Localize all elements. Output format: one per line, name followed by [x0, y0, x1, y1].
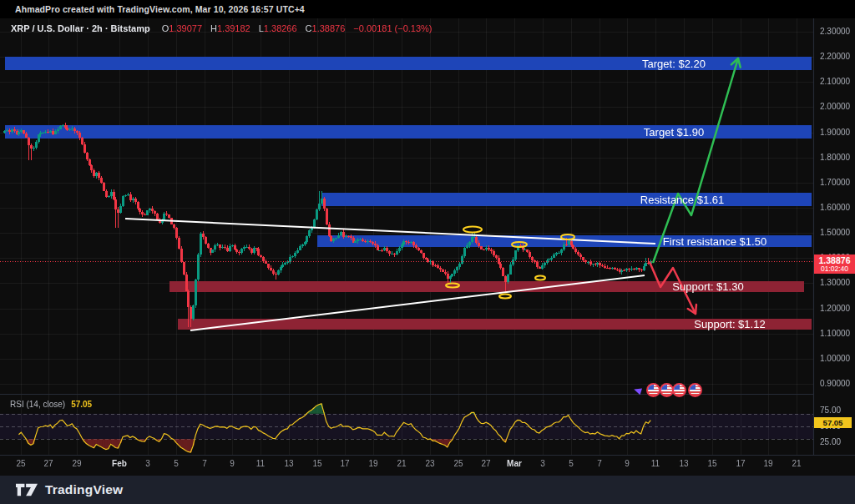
time-axis-label: 13: [284, 459, 293, 468]
ohlc-c: C1.38876: [306, 23, 346, 33]
bar-countdown: 01:02:40: [821, 265, 848, 273]
ohlc-values: O1.39077H1.39182L1.38266C1.38876: [162, 23, 354, 33]
price-axis-label: 2.00000: [820, 102, 850, 111]
credit-bar: AhmadPro created with TradingView.com, M…: [0, 0, 855, 18]
time-axis-label: 13: [679, 459, 688, 468]
symbol-info-bar: XRP / U.S. Dollar · 2h · Bitstamp O1.390…: [11, 23, 433, 34]
zone-label-first-resistance-150[interactable]: First resistance $1.50: [663, 235, 766, 248]
rsi-current-value: 57.05: [71, 400, 92, 409]
time-axis-label: 29: [72, 459, 81, 468]
tradingview-logo[interactable]: TradingView: [16, 482, 123, 497]
tradingview-logo-icon: [16, 483, 38, 496]
time-axis-label: 25: [16, 459, 25, 468]
rsi-axis-label: 75.00: [820, 406, 841, 415]
footer-bar: TradingView: [0, 476, 855, 504]
rsi-axis-label: 25.00: [820, 437, 841, 446]
time-axis-label: 27: [481, 459, 490, 468]
time-axis-label: 9: [230, 459, 235, 468]
time-axis-label: 15: [312, 459, 321, 468]
price-axis-label: 1.80000: [820, 153, 850, 162]
time-axis-label: 19: [368, 459, 377, 468]
ohlc-l: L1.38266: [259, 23, 297, 33]
last-price-value: 1.38876: [819, 256, 851, 265]
time-axis-label: 9: [625, 459, 630, 468]
price-axis-label: 2.30000: [820, 27, 850, 36]
time-axis-label: 5: [569, 459, 574, 468]
time-axis-label: 17: [736, 459, 745, 468]
rsi-label[interactable]: RSI (14, close): [10, 400, 65, 409]
price-axis-label: 1.50000: [820, 228, 850, 237]
us-flag-icon[interactable]: [688, 383, 702, 397]
time-axis-label: 19: [763, 459, 772, 468]
credit-text: AhmadPro created with TradingView.com, M…: [15, 4, 305, 14]
time-axis-label: 21: [397, 459, 406, 468]
price-axis-label: 1.10000: [820, 329, 850, 338]
time-axis-label: 11: [651, 459, 660, 468]
change-value: −0.00181 (−0.13%): [353, 23, 432, 33]
time-axis-label: 17: [340, 459, 349, 468]
time-axis-label: 7: [597, 459, 602, 468]
price-axis-label: 1.30000: [820, 278, 850, 287]
zone-label-resistance-161[interactable]: Resistance $1.61: [640, 194, 724, 206]
last-price-tag: 1.38876 01:02:40: [814, 255, 855, 274]
ohlc-o: O1.39077: [162, 23, 202, 33]
time-axis-label: 21: [792, 459, 801, 468]
time-axis-label: 25: [453, 459, 463, 468]
tradingview-logo-text: TradingView: [45, 482, 123, 497]
price-axis-label: 1.00000: [820, 354, 850, 363]
symbol-title[interactable]: XRP / U.S. Dollar · 2h · Bitstamp: [11, 23, 150, 33]
zone-label-target-220[interactable]: Target: $2.20: [642, 58, 706, 70]
price-axis-label: 1.70000: [820, 178, 850, 187]
price-axis-label: 1.90000: [820, 128, 850, 137]
time-axis-month-label: Feb: [112, 459, 127, 468]
time-axis-label: 23: [425, 459, 434, 468]
price-axis-label: 2.20000: [820, 52, 850, 61]
time-axis-month-label: Mar: [507, 459, 522, 468]
tradingview-chart-window: AhmadPro created with TradingView.com, M…: [0, 0, 855, 504]
time-axis-label: 3: [540, 459, 545, 468]
chart-canvas[interactable]: [0, 0, 855, 504]
time-axis-label: 3: [145, 459, 150, 468]
price-axis-label: 0.90000: [820, 379, 850, 388]
price-axis-label: 2.10000: [820, 77, 850, 86]
us-flag-icon[interactable]: [672, 383, 686, 397]
time-axis-label: 15: [707, 459, 716, 468]
rsi-value-badge: 57.05: [814, 417, 852, 428]
zone-label-support-130[interactable]: Support: $1.30: [672, 280, 743, 293]
ohlc-h: H1.39182: [210, 23, 250, 33]
time-axis-label: 5: [174, 459, 179, 468]
us-flag-icon[interactable]: [646, 383, 660, 397]
rsi-indicator-legend[interactable]: RSI (14, close) 57.05: [10, 400, 92, 409]
zone-label-support-112[interactable]: Support: $1.12: [694, 318, 765, 330]
price-axis-label: 1.20000: [820, 304, 850, 313]
zone-label-target-190[interactable]: Target $1.90: [644, 126, 704, 139]
time-axis-label: 27: [43, 459, 53, 468]
time-axis-label: 11: [256, 459, 265, 468]
time-axis-label: 7: [202, 459, 207, 468]
price-axis-label: 1.60000: [820, 203, 850, 212]
